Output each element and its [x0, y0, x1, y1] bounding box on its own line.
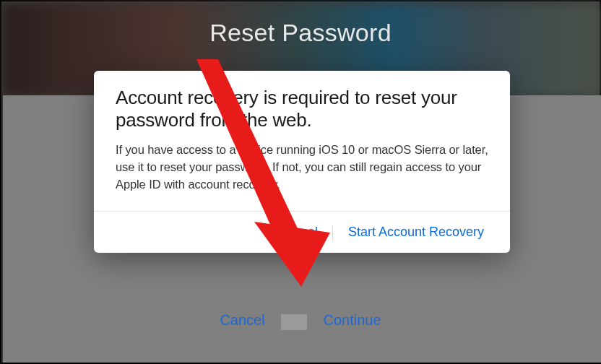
window-frame: Reset Password Cancel Continue Account r… — [0, 0, 601, 364]
underlay-continue-button[interactable]: Continue — [311, 312, 394, 329]
cancel-button[interactable]: Cancel — [267, 222, 328, 243]
account-recovery-modal: Account recovery is required to reset yo… — [94, 71, 510, 253]
page-title: Reset Password — [1, 19, 600, 47]
modal-description: If you have access to a device running i… — [116, 142, 488, 194]
underlay-cancel-button[interactable]: Cancel — [207, 312, 277, 329]
start-account-recovery-button[interactable]: Start Account Recovery — [338, 222, 494, 243]
modal-button-separator — [332, 225, 333, 241]
modal-footer: Cancel Start Account Recovery — [94, 211, 510, 253]
underlay-separator — [281, 314, 307, 330]
underlay-button-row: Cancel Continue — [1, 312, 600, 330]
modal-heading: Account recovery is required to reset yo… — [116, 87, 488, 131]
modal-body: Account recovery is required to reset yo… — [94, 71, 510, 211]
